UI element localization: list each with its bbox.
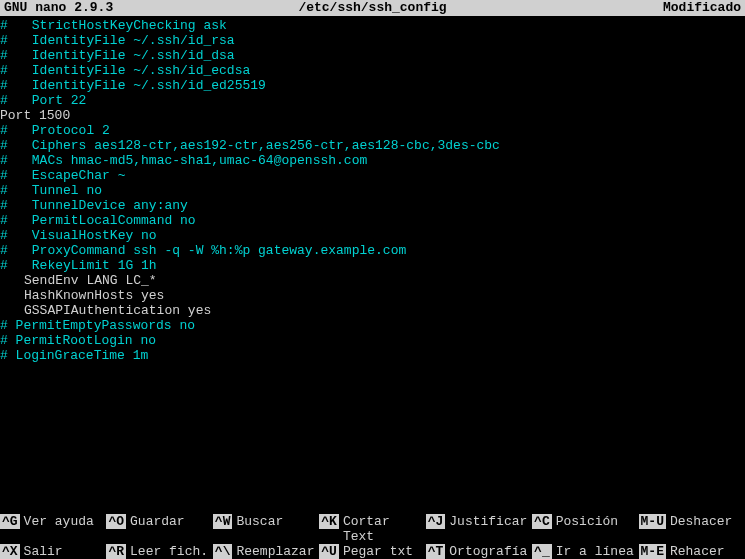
config-line[interactable]: #TunnelDevice any:any [0,198,745,213]
comment-hash: # [0,63,8,78]
comment-hash: # [0,198,8,213]
shortcut-desc: Pegar txt [343,544,413,559]
app-name: GNU nano 2.9.3 [4,0,250,16]
shortcut-desc: Rehacer [670,544,725,559]
shortcut-bar: ^GVer ayuda^OGuardar^WBuscar^KCortar Tex… [0,514,745,559]
line-text: EscapeChar ~ [32,168,126,183]
shortcut-key: ^T [426,544,446,559]
shortcut-item: ^\Reemplazar [213,544,319,559]
shortcut-desc: Ortografía [449,544,527,559]
editor-area[interactable]: #StrictHostKeyChecking ask#IdentityFile … [0,16,745,363]
config-line[interactable]: #RekeyLimit 1G 1h [0,258,745,273]
shortcut-key: ^G [0,514,20,529]
comment-hash: # [0,333,8,348]
modified-status: Modificado [495,0,741,16]
shortcut-key: ^C [532,514,552,529]
shortcut-desc: Buscar [236,514,283,529]
line-text: MACs hmac-md5,hmac-sha1,umac-64@openssh.… [32,153,367,168]
config-line[interactable]: #Ciphers aes128-ctr,aes192-ctr,aes256-ct… [0,138,745,153]
shortcut-key: ^J [426,514,446,529]
titlebar: GNU nano 2.9.3 /etc/ssh/ssh_config Modif… [0,0,745,16]
line-text: Port 1500 [0,108,70,123]
shortcut-item: ^UPegar txt [319,544,425,559]
comment-hash: # [0,48,8,63]
config-line[interactable]: #MACs hmac-md5,hmac-sha1,umac-64@openssh… [0,153,745,168]
shortcut-item: ^RLeer fich. [106,544,212,559]
shortcut-key: M-U [639,514,666,529]
config-line[interactable]: # LoginGraceTime 1m [0,348,745,363]
line-text: ProxyCommand ssh -q -W %h:%p gateway.exa… [32,243,406,258]
config-line[interactable]: #StrictHostKeyChecking ask [0,18,745,33]
config-line[interactable]: #VisualHostKey no [0,228,745,243]
comment-hash: # [0,78,8,93]
shortcut-desc: Reemplazar [236,544,314,559]
config-line[interactable]: HashKnownHosts yes [0,288,745,303]
config-line[interactable]: # PermitEmptyPasswords no [0,318,745,333]
line-text: IdentityFile ~/.ssh/id_dsa [32,48,235,63]
shortcut-desc: Salir [24,544,63,559]
line-text: IdentityFile ~/.ssh/id_ecdsa [32,63,250,78]
shortcut-item: ^XSalir [0,544,106,559]
shortcut-desc: Leer fich. [130,544,208,559]
line-text: TunnelDevice any:any [32,198,188,213]
comment-hash: # [0,153,8,168]
comment-hash: # [0,93,8,108]
shortcut-key: ^_ [532,544,552,559]
config-line[interactable]: SendEnv LANG LC_* [0,273,745,288]
shortcut-key: M-E [639,544,666,559]
comment-hash: # [0,33,8,48]
config-line[interactable]: #IdentityFile ~/.ssh/id_ecdsa [0,63,745,78]
shortcut-item: ^WBuscar [213,514,319,544]
shortcut-item: M-UDeshacer [639,514,745,544]
line-text: IdentityFile ~/.ssh/id_rsa [32,33,235,48]
config-line[interactable]: #Tunnel no [0,183,745,198]
shortcut-item: ^TOrtografía [426,544,532,559]
shortcut-key: ^U [319,544,339,559]
config-line[interactable]: #IdentityFile ~/.ssh/id_rsa [0,33,745,48]
config-line[interactable]: GSSAPIAuthentication yes [0,303,745,318]
line-text: PermitRootLogin no [8,333,156,348]
line-text: Port 22 [32,93,87,108]
line-text: GSSAPIAuthentication yes [24,303,211,318]
line-text: HashKnownHosts yes [24,288,164,303]
comment-hash: # [0,228,8,243]
shortcut-key: ^K [319,514,339,529]
shortcut-item: ^JJustificar [426,514,532,544]
comment-hash: # [0,243,8,258]
config-line[interactable]: #IdentityFile ~/.ssh/id_ed25519 [0,78,745,93]
shortcut-desc: Ir a línea [556,544,634,559]
config-line[interactable]: #IdentityFile ~/.ssh/id_dsa [0,48,745,63]
comment-hash: # [0,213,8,228]
comment-hash: # [0,168,8,183]
config-line[interactable]: #Port 22 [0,93,745,108]
line-text: Tunnel no [32,183,102,198]
line-text: Protocol 2 [32,123,110,138]
comment-hash: # [0,18,8,33]
comment-hash: # [0,348,8,363]
line-text: LoginGraceTime 1m [8,348,148,363]
line-text: PermitEmptyPasswords no [8,318,195,333]
config-line[interactable]: #ProxyCommand ssh -q -W %h:%p gateway.ex… [0,243,745,258]
shortcut-item: ^_Ir a línea [532,544,638,559]
comment-hash: # [0,258,8,273]
line-text: VisualHostKey no [32,228,157,243]
shortcut-item: ^CPosición [532,514,638,544]
line-text: Ciphers aes128-ctr,aes192-ctr,aes256-ctr… [32,138,500,153]
shortcut-item: ^OGuardar [106,514,212,544]
file-path: /etc/ssh/ssh_config [250,0,496,16]
shortcut-item: ^KCortar Text [319,514,425,544]
config-line[interactable]: #Protocol 2 [0,123,745,138]
line-text: StrictHostKeyChecking ask [32,18,227,33]
shortcut-desc: Deshacer [670,514,732,529]
comment-hash: # [0,318,8,333]
line-text: RekeyLimit 1G 1h [32,258,157,273]
shortcut-desc: Justificar [449,514,527,529]
config-line[interactable]: #PermitLocalCommand no [0,213,745,228]
config-line[interactable]: #EscapeChar ~ [0,168,745,183]
shortcut-desc: Cortar Text [343,514,426,544]
config-line[interactable]: # PermitRootLogin no [0,333,745,348]
shortcut-desc: Posición [556,514,618,529]
config-line[interactable]: Port 1500 [0,108,745,123]
comment-hash: # [0,123,8,138]
line-text: IdentityFile ~/.ssh/id_ed25519 [32,78,266,93]
